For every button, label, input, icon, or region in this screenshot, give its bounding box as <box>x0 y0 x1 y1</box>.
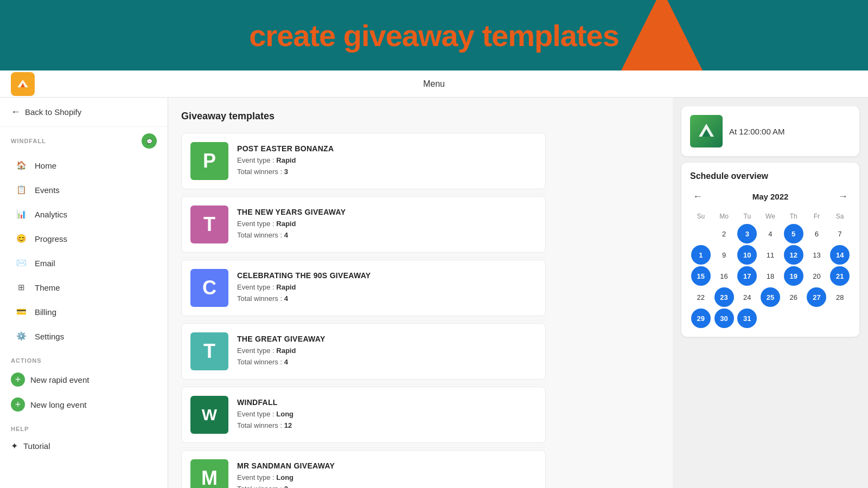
actions-section-label: ACTIONS <box>0 349 168 367</box>
new-long-plus-icon: + <box>11 397 25 412</box>
cal-day-31[interactable]: 31 <box>737 309 757 328</box>
sidebar-item-billing[interactable]: 💳 Billing <box>4 300 163 324</box>
sidebar-item-progress[interactable]: 😊 Progress <box>4 227 163 251</box>
template-type-mr-sandman: Event type : Long <box>237 472 537 484</box>
cal-day-20[interactable]: 20 <box>807 266 826 286</box>
cal-day-18[interactable]: 18 <box>761 266 780 286</box>
cal-day-30[interactable]: 30 <box>714 309 734 328</box>
tutorial-icon: ✦ <box>11 441 18 451</box>
template-card-celebrating-90s[interactable]: C CELEBRATING THE 90S GIVEAWAY Event typ… <box>181 260 546 316</box>
template-winners-great-giveaway: Total winners : 4 <box>237 357 537 368</box>
prev-month-button[interactable]: ← <box>690 189 705 204</box>
sidebar-item-home[interactable]: 🏠 Home <box>4 153 163 177</box>
menu-bar-title: Menu <box>423 79 445 89</box>
header-title-prefix: create giveaway <box>249 18 482 53</box>
template-thumbnail-post-easter: P <box>190 142 228 180</box>
template-info-mr-sandman: MR SANDMAN GIVEAWAY Event type : Long To… <box>237 461 537 488</box>
new-long-label: New long event <box>30 400 86 409</box>
preview-content: At 12:00:00 AM <box>690 115 851 147</box>
template-type-new-years: Event type : Rapid <box>237 219 537 230</box>
sidebar-theme-label: Theme <box>35 283 60 292</box>
preview-time: At 12:00:00 AM <box>729 127 785 136</box>
sidebar: ← Back to Shopify WINDFALL 💬 🏠 Home 📋 Ev… <box>0 70 168 488</box>
sidebar-billing-label: Billing <box>35 307 56 317</box>
sidebar-analytics-label: Analytics <box>35 210 67 219</box>
cal-day-10[interactable]: 10 <box>737 245 757 265</box>
cal-day-17[interactable]: 17 <box>737 266 757 286</box>
cal-day-5[interactable]: 5 <box>784 224 803 243</box>
template-card-great-giveaway[interactable]: T THE GREAT GIVEAWAY Event type : Rapid … <box>181 323 546 380</box>
template-type-great-giveaway: Event type : Rapid <box>237 345 537 357</box>
windfall-label: WINDFALL <box>11 138 46 144</box>
cal-day-4[interactable]: 4 <box>761 224 780 243</box>
calendar-grid: Su Mo Tu We Th Fr Sa 2 3 4 5 6 7 1 9 10 … <box>690 210 851 328</box>
back-arrow-icon: ← <box>11 106 21 118</box>
sidebar-item-settings[interactable]: ⚙️ Settings <box>4 324 163 348</box>
new-long-event-button[interactable]: + New long event <box>0 392 168 417</box>
cal-day-empty4 <box>807 309 826 328</box>
cal-day-1[interactable]: 1 <box>691 245 711 265</box>
cal-day-11[interactable]: 11 <box>761 245 780 265</box>
email-icon: ✉️ <box>15 257 27 269</box>
header-title: create giveaway templates <box>249 18 619 53</box>
sidebar-item-events[interactable]: 📋 Events <box>4 178 163 202</box>
cal-header-su: Su <box>690 210 712 222</box>
template-card-new-years[interactable]: T THE NEW YEARS GIVEAWAY Event type : Ra… <box>181 196 546 253</box>
sidebar-events-label: Events <box>35 185 60 195</box>
cal-day-21[interactable]: 21 <box>830 266 850 286</box>
template-card-mr-sandman[interactable]: M MR SANDMAN GIVEAWAY Event type : Long … <box>181 450 546 488</box>
cal-day-15[interactable]: 15 <box>691 266 711 286</box>
cal-day-22[interactable]: 22 <box>691 287 711 307</box>
sidebar-home-label: Home <box>35 161 56 170</box>
sidebar-progress-label: Progress <box>35 234 67 243</box>
cal-day-23[interactable]: 23 <box>714 287 734 307</box>
cal-day-28[interactable]: 28 <box>830 287 850 307</box>
back-to-shopify-button[interactable]: ← Back to Shopify <box>0 98 168 127</box>
cal-header-sa: Sa <box>829 210 851 222</box>
template-card-windfall[interactable]: W WINDFALL Event type : Long Total winne… <box>181 387 546 443</box>
template-thumbnail-celebrating-90s: C <box>190 269 228 307</box>
cal-header-fr: Fr <box>806 210 828 222</box>
cal-header-mo: Mo <box>713 210 735 222</box>
new-rapid-event-button[interactable]: + New rapid event <box>0 367 168 392</box>
sidebar-item-tutorial[interactable]: ✦ Tutorial <box>0 435 168 457</box>
section-title: Giveaway templates <box>181 111 546 122</box>
tutorial-label: Tutorial <box>23 441 50 451</box>
cal-day-27[interactable]: 27 <box>807 287 826 307</box>
billing-icon: 💳 <box>15 306 27 318</box>
template-card-post-easter[interactable]: P POST EASTER BONANZA Event type : Rapid… <box>181 133 546 189</box>
template-thumbnail-windfall: W <box>190 396 228 434</box>
template-thumbnail-new-years: T <box>190 206 228 243</box>
cal-day-14[interactable]: 14 <box>830 245 850 265</box>
cal-day-19[interactable]: 19 <box>784 266 803 286</box>
cal-day-7[interactable]: 7 <box>830 224 850 243</box>
sidebar-item-analytics[interactable]: 📊 Analytics <box>4 202 163 226</box>
cal-day-26[interactable]: 26 <box>784 287 803 307</box>
app-logo[interactable] <box>11 72 35 96</box>
cal-day-16[interactable]: 16 <box>714 266 734 286</box>
cal-day-6[interactable]: 6 <box>807 224 826 243</box>
cal-day-12[interactable]: 12 <box>784 245 803 265</box>
right-panel: At 12:00:00 AM Schedule overview ← May 2… <box>673 70 868 488</box>
sidebar-item-email[interactable]: ✉️ Email <box>4 251 163 275</box>
next-month-button[interactable]: → <box>835 189 851 204</box>
preview-thumbnail <box>690 115 723 147</box>
cal-day-25[interactable]: 25 <box>761 287 780 307</box>
event-type-label: Event type <box>237 156 270 164</box>
cal-day-24[interactable]: 24 <box>737 287 757 307</box>
back-label: Back to Shopify <box>25 107 81 117</box>
template-name-celebrating-90s: CELEBRATING THE 90S GIVEAWAY <box>237 271 537 280</box>
cal-day-9[interactable]: 9 <box>714 245 734 265</box>
cal-day-2[interactable]: 2 <box>714 224 734 243</box>
cal-day-3[interactable]: 3 <box>737 224 757 243</box>
template-name-windfall: WINDFALL <box>237 398 537 407</box>
cal-day-empty2 <box>761 309 780 328</box>
cal-day-29[interactable]: 29 <box>691 309 711 328</box>
cal-day-13[interactable]: 13 <box>807 245 826 265</box>
template-thumbnail-mr-sandman: M <box>190 459 228 488</box>
svg-text:💬: 💬 <box>146 138 153 145</box>
schedule-card: Schedule overview ← May 2022 → Su Mo Tu … <box>681 163 859 337</box>
sidebar-item-theme[interactable]: ⊞ Theme <box>4 275 163 299</box>
cal-day-empty5 <box>830 309 850 328</box>
events-icon: 📋 <box>15 184 27 196</box>
